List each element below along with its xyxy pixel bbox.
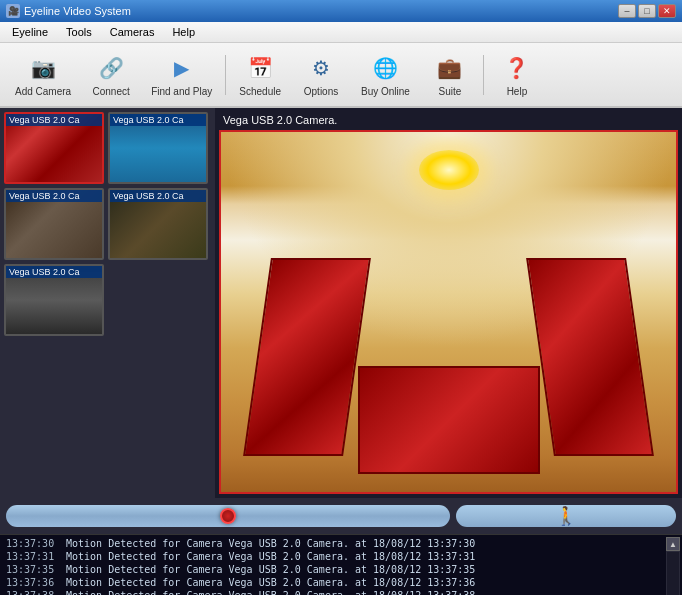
close-button[interactable]: ✕ <box>658 4 676 18</box>
camera-label-2: Vega USB 2.0 Ca <box>6 190 102 202</box>
log-message: Motion Detected for Camera Vega USB 2.0 … <box>66 590 475 595</box>
camera-row-3: Vega USB 2.0 Ca <box>4 264 211 336</box>
main-content: Vega USB 2.0 Ca Vega USB 2.0 Ca Vega USB… <box>0 108 682 498</box>
red-carpet-left <box>243 258 371 456</box>
main-camera-view: Vega USB 2.0 Camera. <box>215 108 682 498</box>
playback-secondary-track[interactable]: 🚶 <box>456 505 676 527</box>
camera-list: Vega USB 2.0 Ca Vega USB 2.0 Ca Vega USB… <box>0 108 215 498</box>
log-time: 13:37:35 <box>6 564 58 575</box>
log-message: Motion Detected for Camera Vega USB 2.0 … <box>66 551 475 562</box>
log-scrollbar: ▲ ▼ <box>666 537 680 595</box>
connect-label: Connect <box>93 86 130 97</box>
log-entry: 13:37:38Motion Detected for Camera Vega … <box>2 589 666 595</box>
find-and-play-icon: ▶ <box>166 52 198 84</box>
menu-help[interactable]: Help <box>164 24 203 40</box>
minimize-button[interactable]: – <box>618 4 636 18</box>
buy-online-button[interactable]: 🌐 Buy Online <box>352 47 419 102</box>
find-and-play-label: Find and Play <box>151 86 212 97</box>
log-time: 13:37:36 <box>6 577 58 588</box>
playback-thumb[interactable] <box>220 508 236 524</box>
camera-label-1: Vega USB 2.0 Ca <box>110 114 206 126</box>
add-camera-button[interactable]: 📷 Add Camera <box>6 47 80 102</box>
suite-icon: 💼 <box>434 52 466 84</box>
playback-slider[interactable] <box>6 505 450 527</box>
log-panel: 13:37:30Motion Detected for Camera Vega … <box>0 534 682 595</box>
help-icon: ❓ <box>501 52 533 84</box>
help-button[interactable]: ❓ Help <box>488 47 546 102</box>
camera-thumb-3[interactable]: Vega USB 2.0 Ca <box>108 188 208 260</box>
restore-button[interactable]: □ <box>638 4 656 18</box>
schedule-icon: 📅 <box>244 52 276 84</box>
find-and-play-button[interactable]: ▶ Find and Play <box>142 47 221 102</box>
suite-label: Suite <box>439 86 462 97</box>
buy-online-label: Buy Online <box>361 86 410 97</box>
add-camera-label: Add Camera <box>15 86 71 97</box>
log-time: 13:37:38 <box>6 590 58 595</box>
schedule-label: Schedule <box>239 86 281 97</box>
camera-row-2: Vega USB 2.0 Ca Vega USB 2.0 Ca <box>4 188 211 260</box>
buy-online-icon: 🌐 <box>369 52 401 84</box>
app-icon: 🎥 <box>6 4 20 18</box>
log-time: 13:37:30 <box>6 538 58 549</box>
log-content: 13:37:30Motion Detected for Camera Vega … <box>2 537 666 595</box>
camera-thumb-2[interactable]: Vega USB 2.0 Ca <box>4 188 104 260</box>
log-entry: 13:37:30Motion Detected for Camera Vega … <box>2 537 666 550</box>
window-controls: – □ ✕ <box>618 4 676 18</box>
main-camera-label: Vega USB 2.0 Camera. <box>219 112 678 128</box>
help-label: Help <box>507 86 528 97</box>
toolbar-separator-1 <box>225 55 226 95</box>
camera-label-3: Vega USB 2.0 Ca <box>110 190 206 202</box>
log-message: Motion Detected for Camera Vega USB 2.0 … <box>66 538 475 549</box>
log-entry: 13:37:36Motion Detected for Camera Vega … <box>2 576 666 589</box>
title-bar-left: 🎥 Eyeline Video System <box>6 4 131 18</box>
red-carpet-right <box>526 258 654 456</box>
playback-bar: 🚶 <box>0 498 682 534</box>
suite-button[interactable]: 💼 Suite <box>421 47 479 102</box>
red-carpet-center <box>358 366 540 474</box>
camera-thumb-4[interactable]: Vega USB 2.0 Ca <box>4 264 104 336</box>
camera-label-4: Vega USB 2.0 Ca <box>6 266 102 278</box>
camera-thumb-1[interactable]: Vega USB 2.0 Ca <box>108 112 208 184</box>
log-message: Motion Detected for Camera Vega USB 2.0 … <box>66 564 475 575</box>
toolbar-separator-2 <box>483 55 484 95</box>
options-button[interactable]: ⚙ Options <box>292 47 350 102</box>
toolbar: 📷 Add Camera 🔗 Connect ▶ Find and Play 📅… <box>0 43 682 108</box>
schedule-button[interactable]: 📅 Schedule <box>230 47 290 102</box>
title-bar: 🎥 Eyeline Video System – □ ✕ <box>0 0 682 22</box>
log-entry: 13:37:31Motion Detected for Camera Vega … <box>2 550 666 563</box>
app-title: Eyeline Video System <box>24 5 131 17</box>
menu-tools[interactable]: Tools <box>58 24 100 40</box>
camera-label-0: Vega USB 2.0 Ca <box>6 114 102 126</box>
camera-thumb-0[interactable]: Vega USB 2.0 Ca <box>4 112 104 184</box>
connect-button[interactable]: 🔗 Connect <box>82 47 140 102</box>
log-entry: 13:37:35Motion Detected for Camera Vega … <box>2 563 666 576</box>
options-label: Options <box>304 86 338 97</box>
menu-bar: Eyeline Tools Cameras Help <box>0 22 682 43</box>
menu-cameras[interactable]: Cameras <box>102 24 163 40</box>
staircase-background <box>221 132 676 492</box>
log-scroll-track[interactable] <box>667 552 679 595</box>
menu-eyeline[interactable]: Eyeline <box>4 24 56 40</box>
main-camera-image <box>219 130 678 494</box>
log-time: 13:37:31 <box>6 551 58 562</box>
camera-row-1: Vega USB 2.0 Ca Vega USB 2.0 Ca <box>4 112 211 184</box>
person-icon: 🚶 <box>555 505 577 527</box>
connect-icon: 🔗 <box>95 52 127 84</box>
log-message: Motion Detected for Camera Vega USB 2.0 … <box>66 577 475 588</box>
add-camera-icon: 📷 <box>27 52 59 84</box>
options-icon: ⚙ <box>305 52 337 84</box>
chandelier <box>419 150 479 190</box>
log-scroll-up[interactable]: ▲ <box>666 537 680 551</box>
